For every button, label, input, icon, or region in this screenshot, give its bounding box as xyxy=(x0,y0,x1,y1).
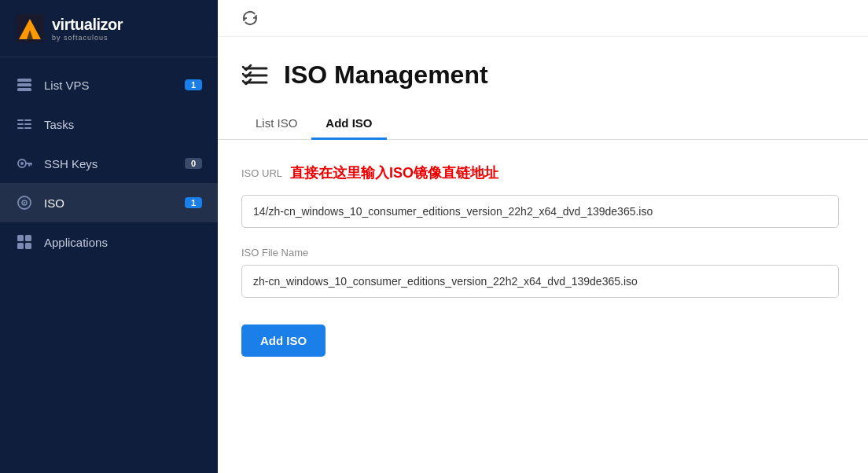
page-header: ISO Management xyxy=(218,37,868,90)
tabs-bar: List ISO Add ISO xyxy=(218,108,868,140)
tab-add-iso[interactable]: Add ISO xyxy=(311,108,386,140)
iso-filename-input[interactable] xyxy=(241,265,839,298)
svg-point-13 xyxy=(20,162,24,165)
ssh-keys-icon xyxy=(16,155,33,172)
svg-point-19 xyxy=(24,202,25,204)
applications-icon xyxy=(16,233,33,251)
sidebar-item-tasks[interactable]: Tasks xyxy=(0,104,218,144)
page-header-icon xyxy=(241,62,271,89)
top-bar xyxy=(218,0,868,37)
sidebar-nav: List VPS 1 Tasks xyxy=(0,57,218,262)
logo-icon xyxy=(16,14,44,42)
sidebar-label-tasks: Tasks xyxy=(44,118,74,131)
tab-list-iso[interactable]: List ISO xyxy=(241,108,311,140)
sidebar-label-ssh-keys: SSH Keys xyxy=(44,157,97,170)
iso-filename-label: ISO File Name xyxy=(241,247,844,258)
page-title: ISO Management xyxy=(284,60,488,90)
iso-url-annotation: 直接在这里输入ISO镜像直链地址 xyxy=(290,163,498,182)
sidebar-item-applications[interactable]: Applications xyxy=(0,222,218,262)
iso-url-label: ISO URL xyxy=(241,167,282,179)
svg-rect-3 xyxy=(17,79,31,82)
sidebar: virtualizor by softaculous List VPS 1 xyxy=(0,0,218,473)
sidebar-item-iso[interactable]: ISO 1 xyxy=(0,183,218,222)
iso-filename-group: ISO File Name xyxy=(241,247,844,298)
app-subtitle: by softaculous xyxy=(52,34,123,42)
iso-icon xyxy=(16,194,33,211)
main-content: ISO Management List ISO Add ISO ISO URL … xyxy=(218,0,868,473)
sidebar-item-ssh-keys[interactable]: SSH Keys 0 xyxy=(0,144,218,183)
sidebar-item-list-vps[interactable]: List VPS 1 xyxy=(0,65,218,104)
sidebar-badge-iso: 1 xyxy=(185,197,202,208)
iso-url-group: ISO URL 直接在这里输入ISO镜像直链地址 xyxy=(241,163,844,228)
app-title: virtualizor xyxy=(52,16,123,34)
sidebar-label-iso: ISO xyxy=(44,196,64,210)
svg-rect-5 xyxy=(17,88,31,91)
add-iso-button[interactable]: Add ISO xyxy=(241,324,326,357)
tasks-icon xyxy=(16,116,33,133)
logo: virtualizor by softaculous xyxy=(0,0,218,57)
svg-rect-22 xyxy=(17,243,24,249)
sidebar-badge-list-vps: 1 xyxy=(185,79,202,90)
svg-rect-20 xyxy=(17,235,24,241)
iso-url-input[interactable] xyxy=(241,195,839,228)
refresh-icon[interactable] xyxy=(241,9,259,27)
content-area: ISO URL 直接在这里输入ISO镜像直链地址 ISO File Name A… xyxy=(218,140,868,380)
sidebar-label-list-vps: List VPS xyxy=(44,79,90,92)
svg-rect-21 xyxy=(25,235,31,241)
sidebar-badge-ssh-keys: 0 xyxy=(185,158,202,169)
sidebar-label-applications: Applications xyxy=(44,236,108,249)
list-vps-icon xyxy=(16,76,33,94)
svg-rect-4 xyxy=(17,83,31,86)
svg-rect-23 xyxy=(25,243,31,249)
